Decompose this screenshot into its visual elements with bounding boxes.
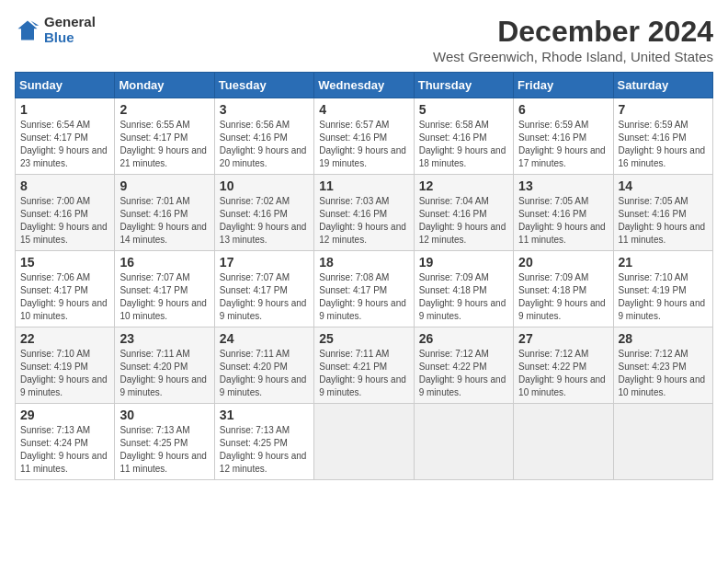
calendar-cell xyxy=(414,404,513,480)
calendar-cell: 1 Sunrise: 6:54 AM Sunset: 4:17 PM Dayli… xyxy=(16,98,115,175)
day-number: 4 xyxy=(319,102,408,117)
day-info: Sunrise: 7:05 AM Sunset: 4:16 PM Dayligh… xyxy=(619,195,708,247)
calendar-week-row: 8 Sunrise: 7:00 AM Sunset: 4:16 PM Dayli… xyxy=(16,175,713,251)
calendar-cell: 3 Sunrise: 6:56 AM Sunset: 4:16 PM Dayli… xyxy=(214,98,313,175)
calendar-cell: 2 Sunrise: 6:55 AM Sunset: 4:17 PM Dayli… xyxy=(115,98,214,175)
day-number: 27 xyxy=(518,331,608,346)
day-info: Sunrise: 6:56 AM Sunset: 4:16 PM Dayligh… xyxy=(220,119,309,170)
calendar-cell xyxy=(514,404,613,480)
day-info: Sunrise: 7:10 AM Sunset: 4:19 PM Dayligh… xyxy=(619,271,708,323)
day-info: Sunrise: 7:09 AM Sunset: 4:18 PM Dayligh… xyxy=(419,271,508,323)
day-info: Sunrise: 7:13 AM Sunset: 4:24 PM Dayligh… xyxy=(20,424,109,476)
calendar-week-row: 15 Sunrise: 7:06 AM Sunset: 4:17 PM Dayl… xyxy=(16,251,713,327)
page-container: General Blue December 2024 West Greenwic… xyxy=(15,15,713,480)
day-number: 1 xyxy=(20,102,109,117)
col-thursday: Thursday xyxy=(414,73,513,98)
day-number: 6 xyxy=(518,102,608,117)
col-tuesday: Tuesday xyxy=(214,73,313,98)
col-sunday: Sunday xyxy=(16,73,115,98)
day-info: Sunrise: 7:11 AM Sunset: 4:20 PM Dayligh… xyxy=(220,348,309,399)
day-info: Sunrise: 7:02 AM Sunset: 4:16 PM Dayligh… xyxy=(220,195,309,247)
calendar-cell: 17 Sunrise: 7:07 AM Sunset: 4:17 PM Dayl… xyxy=(214,251,313,327)
day-number: 14 xyxy=(619,178,708,193)
calendar-cell: 21 Sunrise: 7:10 AM Sunset: 4:19 PM Dayl… xyxy=(613,251,712,327)
day-number: 19 xyxy=(419,255,508,270)
calendar-cell: 23 Sunrise: 7:11 AM Sunset: 4:20 PM Dayl… xyxy=(115,327,214,404)
calendar-cell xyxy=(613,404,712,480)
calendar-cell: 26 Sunrise: 7:12 AM Sunset: 4:22 PM Dayl… xyxy=(414,327,513,404)
day-info: Sunrise: 7:12 AM Sunset: 4:22 PM Dayligh… xyxy=(419,348,508,399)
calendar-cell: 12 Sunrise: 7:04 AM Sunset: 4:16 PM Dayl… xyxy=(414,175,513,251)
calendar-cell: 15 Sunrise: 7:06 AM Sunset: 4:17 PM Dayl… xyxy=(16,251,115,327)
day-number: 29 xyxy=(20,408,109,422)
day-info: Sunrise: 7:00 AM Sunset: 4:16 PM Dayligh… xyxy=(20,195,109,247)
calendar-cell: 24 Sunrise: 7:11 AM Sunset: 4:20 PM Dayl… xyxy=(214,327,313,404)
calendar-cell: 14 Sunrise: 7:05 AM Sunset: 4:16 PM Dayl… xyxy=(613,175,712,251)
day-number: 18 xyxy=(319,255,408,270)
day-number: 15 xyxy=(20,255,109,270)
day-info: Sunrise: 7:12 AM Sunset: 4:22 PM Dayligh… xyxy=(518,348,608,399)
day-number: 8 xyxy=(20,178,109,193)
day-number: 22 xyxy=(20,331,109,346)
day-info: Sunrise: 7:13 AM Sunset: 4:25 PM Dayligh… xyxy=(220,424,309,476)
calendar-cell: 6 Sunrise: 6:59 AM Sunset: 4:16 PM Dayli… xyxy=(514,98,613,175)
logo: General Blue xyxy=(15,15,96,45)
day-number: 16 xyxy=(119,255,209,270)
day-info: Sunrise: 7:03 AM Sunset: 4:16 PM Dayligh… xyxy=(319,195,408,247)
day-number: 12 xyxy=(419,178,508,193)
day-info: Sunrise: 7:04 AM Sunset: 4:16 PM Dayligh… xyxy=(419,195,508,247)
calendar-cell: 7 Sunrise: 6:59 AM Sunset: 4:16 PM Dayli… xyxy=(613,98,712,175)
calendar-cell: 18 Sunrise: 7:08 AM Sunset: 4:17 PM Dayl… xyxy=(314,251,414,327)
day-number: 20 xyxy=(518,255,608,270)
calendar-cell: 4 Sunrise: 6:57 AM Sunset: 4:16 PM Dayli… xyxy=(314,98,414,175)
calendar-cell: 5 Sunrise: 6:58 AM Sunset: 4:16 PM Dayli… xyxy=(414,98,513,175)
day-info: Sunrise: 7:05 AM Sunset: 4:16 PM Dayligh… xyxy=(518,195,608,247)
calendar-cell: 27 Sunrise: 7:12 AM Sunset: 4:22 PM Dayl… xyxy=(514,327,613,404)
calendar-cell: 31 Sunrise: 7:13 AM Sunset: 4:25 PM Dayl… xyxy=(214,404,313,480)
subtitle: West Greenwich, Rhode Island, United Sta… xyxy=(433,49,713,64)
day-number: 24 xyxy=(220,331,309,346)
day-info: Sunrise: 7:07 AM Sunset: 4:17 PM Dayligh… xyxy=(220,271,309,323)
logo-blue-text: Blue xyxy=(44,30,96,46)
day-number: 30 xyxy=(119,408,209,422)
day-number: 21 xyxy=(619,255,708,270)
title-section: December 2024 West Greenwich, Rhode Isla… xyxy=(433,15,713,64)
day-number: 2 xyxy=(119,102,209,117)
day-info: Sunrise: 7:12 AM Sunset: 4:23 PM Dayligh… xyxy=(619,348,708,399)
day-number: 23 xyxy=(119,331,209,346)
calendar-cell: 11 Sunrise: 7:03 AM Sunset: 4:16 PM Dayl… xyxy=(314,175,414,251)
calendar-cell: 9 Sunrise: 7:01 AM Sunset: 4:16 PM Dayli… xyxy=(115,175,214,251)
col-saturday: Saturday xyxy=(613,73,712,98)
day-info: Sunrise: 6:55 AM Sunset: 4:17 PM Dayligh… xyxy=(119,119,209,170)
day-info: Sunrise: 7:01 AM Sunset: 4:16 PM Dayligh… xyxy=(119,195,209,247)
calendar-table: Sunday Monday Tuesday Wednesday Thursday… xyxy=(15,72,713,480)
day-number: 31 xyxy=(220,408,309,422)
calendar-cell xyxy=(314,404,414,480)
calendar-cell: 28 Sunrise: 7:12 AM Sunset: 4:23 PM Dayl… xyxy=(613,327,712,404)
day-info: Sunrise: 7:08 AM Sunset: 4:17 PM Dayligh… xyxy=(319,271,408,323)
col-wednesday: Wednesday xyxy=(314,73,414,98)
day-number: 10 xyxy=(220,178,309,193)
logo-text: General Blue xyxy=(44,15,96,45)
calendar-cell: 13 Sunrise: 7:05 AM Sunset: 4:16 PM Dayl… xyxy=(514,175,613,251)
day-number: 26 xyxy=(419,331,508,346)
day-info: Sunrise: 7:07 AM Sunset: 4:17 PM Dayligh… xyxy=(119,271,209,323)
day-number: 9 xyxy=(119,178,209,193)
calendar-cell: 22 Sunrise: 7:10 AM Sunset: 4:19 PM Dayl… xyxy=(16,327,115,404)
calendar-cell: 10 Sunrise: 7:02 AM Sunset: 4:16 PM Dayl… xyxy=(214,175,313,251)
day-info: Sunrise: 7:11 AM Sunset: 4:20 PM Dayligh… xyxy=(119,348,209,399)
day-number: 3 xyxy=(220,102,309,117)
day-number: 25 xyxy=(319,331,408,346)
main-title: December 2024 xyxy=(433,15,713,49)
day-number: 13 xyxy=(518,178,608,193)
day-number: 17 xyxy=(220,255,309,270)
day-number: 7 xyxy=(619,102,708,117)
day-number: 28 xyxy=(619,331,708,346)
day-info: Sunrise: 6:57 AM Sunset: 4:16 PM Dayligh… xyxy=(319,119,408,170)
day-info: Sunrise: 6:54 AM Sunset: 4:17 PM Dayligh… xyxy=(20,119,109,170)
calendar-cell: 20 Sunrise: 7:09 AM Sunset: 4:18 PM Dayl… xyxy=(514,251,613,327)
header: General Blue December 2024 West Greenwic… xyxy=(15,15,713,64)
day-info: Sunrise: 6:59 AM Sunset: 4:16 PM Dayligh… xyxy=(619,119,708,170)
day-info: Sunrise: 6:59 AM Sunset: 4:16 PM Dayligh… xyxy=(518,119,608,170)
day-info: Sunrise: 6:58 AM Sunset: 4:16 PM Dayligh… xyxy=(419,119,508,170)
